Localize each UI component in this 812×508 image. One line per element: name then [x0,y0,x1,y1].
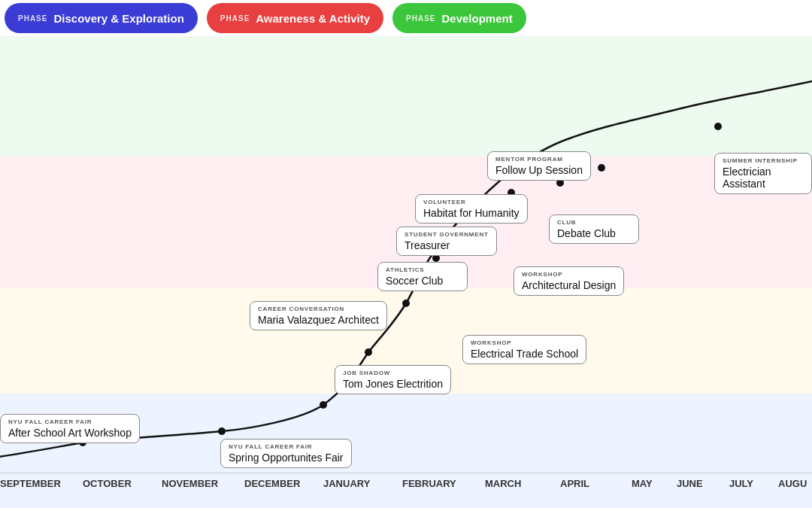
month-axis: SEPTEMBEROCTOBERNOVEMBERDECEMBERJANUARYF… [0,473,812,508]
event-card-treasurer: STUDENT GOVERNMENTTreasurer [396,227,497,256]
phase-awareness-label: Awareness & Activity [256,12,370,25]
phase-discovery: PHASE Discovery & Exploration [5,3,198,33]
phase-awareness: PHASE Awareness & Activity [207,3,383,33]
event-card-spring-fair: NYU FALL CAREER FAIRSpring Opportunites … [220,439,352,468]
event-title-soccer: Soccer Club [386,275,459,287]
month-label-may: MAY [632,478,653,489]
event-type-job-shadow: JOB SHADOW [343,370,443,376]
month-label-augu: AUGU [778,478,807,489]
svg-point-3 [365,348,372,356]
event-card-follow-up: MENTOR PROGRAMFollow Up Session [487,151,591,181]
event-type-arch-design: WORKSHOP [522,271,616,278]
event-title-electrician: Electrician Assistant [723,166,804,190]
event-card-after-school: NYU FALL CAREER FAIRAfter School Art Wor… [0,414,140,443]
phase-development-label: Development [442,12,513,25]
month-label-november: NOVEMBER [162,478,218,489]
event-type-habitat: VOLUNTEER [423,199,520,205]
phase-awareness-small: PHASE [220,14,250,23]
svg-point-4 [402,300,410,307]
main-area: NYU FALL CAREER FAIRAfter School Art Wor… [0,36,812,508]
event-type-elec-trade: WORKSHOP [471,339,578,346]
month-label-march: MARCH [485,478,521,489]
event-title-maria: Maria Valazquez Architect [258,314,379,326]
event-type-spring-fair: NYU FALL CAREER FAIR [229,443,344,450]
svg-point-1 [218,427,226,435]
event-title-elec-trade: Electrical Trade School [471,348,578,360]
event-title-arch-design: Architectural Design [522,279,616,291]
event-title-job-shadow: Tom Jones Electrition [343,378,443,390]
event-title-spring-fair: Spring Opportunites Fair [229,452,344,464]
event-title-follow-up: Follow Up Session [495,164,583,176]
month-label-april: APRIL [560,478,589,489]
phase-bar: PHASE Discovery & Exploration PHASE Awar… [0,0,812,36]
event-card-job-shadow: JOB SHADOWTom Jones Electrition [335,365,451,394]
svg-point-12 [598,164,605,172]
phase-discovery-label: Discovery & Exploration [53,12,183,25]
month-label-december: DECEMBER [244,478,300,489]
svg-point-13 [714,123,722,130]
event-type-follow-up: MENTOR PROGRAM [495,156,583,163]
event-type-after-school: NYU FALL CAREER FAIR [8,418,132,425]
month-label-february: FEBRUARY [402,478,456,489]
month-label-september: SEPTEMBER [0,478,61,489]
month-label-october: OCTOBER [83,478,132,489]
phase-development: PHASE Development [392,3,526,33]
event-card-arch-design: WORKSHOPArchitectural Design [514,266,624,296]
month-label-july: JULY [729,478,753,489]
event-card-elec-trade: WORKSHOPElectrical Trade School [462,335,586,364]
event-title-after-school: After School Art Workshop [8,427,132,439]
event-type-electrician: SUMMER INTERNSHIP [723,157,804,164]
event-type-maria: CAREER CONVERSATION [258,306,379,312]
event-card-habitat: VOLUNTEERHabitat for Humanity [415,194,528,224]
event-type-debate-club: CLUB [557,219,631,226]
event-title-debate-club: Debate Club [557,227,631,239]
phase-development-small: PHASE [406,14,435,23]
event-type-soccer: ATHLETICS [386,266,459,273]
event-title-habitat: Habitat for Humanity [423,207,520,219]
phase-discovery-small: PHASE [18,14,47,23]
svg-point-2 [320,401,327,409]
event-title-treasurer: Treasurer [404,239,489,251]
event-card-maria: CAREER CONVERSATIONMaria Valazquez Archi… [250,301,387,330]
month-label-june: JUNE [677,478,703,489]
event-card-electrician: SUMMER INTERNSHIPElectrician Assistant [714,153,812,194]
event-card-soccer: ATHLETICSSoccer Club [377,262,468,291]
event-type-treasurer: STUDENT GOVERNMENT [404,231,489,238]
month-label-january: JANUARY [323,478,370,489]
event-card-debate-club: CLUBDebate Club [549,214,639,244]
